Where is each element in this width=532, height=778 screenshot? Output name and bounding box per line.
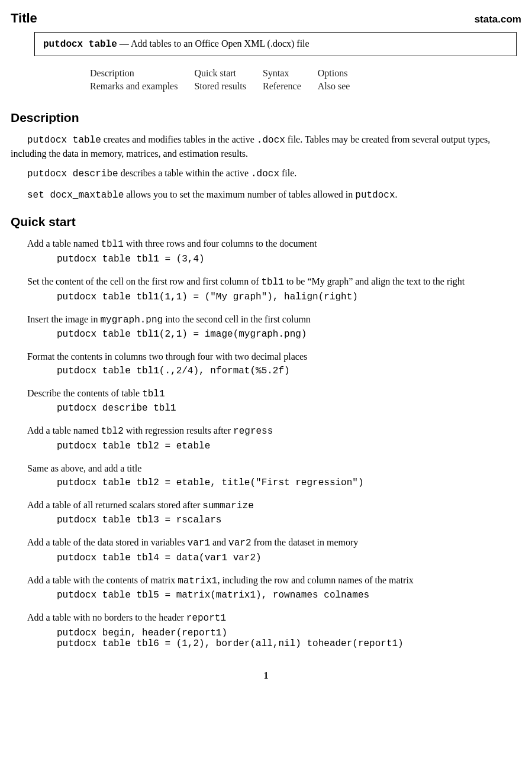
qs-item-2: Set the content of the cell on the first…: [27, 275, 521, 302]
qs-code-7: putdocx table tbl2 = etable, title("Firs…: [57, 477, 521, 488]
toc-quick-start[interactable]: Quick start: [194, 67, 263, 80]
qs-item-11: Add a table with no borders to the heade…: [27, 611, 521, 649]
toc-also-see[interactable]: Also see: [318, 80, 367, 93]
section-description-heading: Description: [11, 111, 521, 125]
qs-item-9: Add a table of the data stored in variab…: [27, 536, 521, 563]
qs-code-1: putdocx table tbl1 = (3,4): [57, 254, 521, 264]
toc-reference[interactable]: Reference: [263, 80, 318, 93]
toc-syntax[interactable]: Syntax: [263, 67, 318, 80]
qs-code-5: putdocx describe tbl1: [57, 403, 521, 414]
qs-item-5: Describe the contents of table tbl1 putd…: [27, 387, 521, 414]
toc-remarks[interactable]: Remarks and examples: [90, 80, 194, 93]
qs-code-10: putdocx table tbl5 = matrix(matrix1), ro…: [57, 590, 521, 601]
title-box-desc: Add tables to an Office Open XML (.docx)…: [131, 38, 309, 49]
qs-item-4: Format the contents in columns two throu…: [27, 350, 521, 376]
qs-item-8: Add a table of all returned scalars stor…: [27, 499, 521, 526]
title-box-sep: —: [117, 38, 131, 49]
qs-item-7: Same as above, and add a title putdocx t…: [27, 462, 521, 488]
qs-item-10: Add a table with the contents of matrix …: [27, 574, 521, 601]
section-quickstart-heading: Quick start: [11, 215, 521, 229]
qs-item-6: Add a table named tbl2 with regression r…: [27, 424, 521, 451]
title-heading: Title: [11, 11, 37, 26]
desc-p2-cmd: putdocx describe: [27, 169, 118, 179]
qs-code-8: putdocx table tbl3 = rscalars: [57, 515, 521, 525]
toc-options[interactable]: Options: [318, 67, 367, 80]
qs-code-4: putdocx table tbl1(.,2/4), nformat(%5.2f…: [57, 366, 521, 376]
description-body: putdocx table creates and modifies table…: [11, 133, 521, 202]
qs-code-2: putdocx table tbl1(1,1) = ("My graph"), …: [57, 292, 521, 302]
qs-code-3: putdocx table tbl1(2,1) = image(mygraph.…: [57, 329, 521, 340]
page-header: Title stata.com: [11, 11, 521, 26]
brand-link[interactable]: stata.com: [475, 14, 521, 25]
toc-description[interactable]: Description: [90, 67, 194, 80]
quickstart-body: Add a table named tbl1 with three rows a…: [27, 237, 521, 649]
desc-p3-cmd: set docx_maxtable: [27, 190, 124, 201]
title-box-command: putdocx table: [43, 39, 117, 50]
qs-code-11: putdocx begin, header(report1) putdocx t…: [57, 628, 521, 649]
qs-item-3: Insert the image in mygraph.png into the…: [27, 313, 521, 340]
qs-item-1: Add a table named tbl1 with three rows a…: [27, 237, 521, 264]
page-number: 1: [11, 670, 521, 681]
qs-code-9: putdocx table tbl4 = data(var1 var2): [57, 553, 521, 563]
desc-p1-cmd: putdocx table: [27, 135, 101, 146]
toc-nav: Description Quick start Syntax Options R…: [90, 67, 521, 93]
toc-stored-results[interactable]: Stored results: [194, 80, 263, 93]
title-box: putdocx table — Add tables to an Office …: [34, 32, 517, 56]
qs-code-6: putdocx table tbl2 = etable: [57, 441, 521, 451]
